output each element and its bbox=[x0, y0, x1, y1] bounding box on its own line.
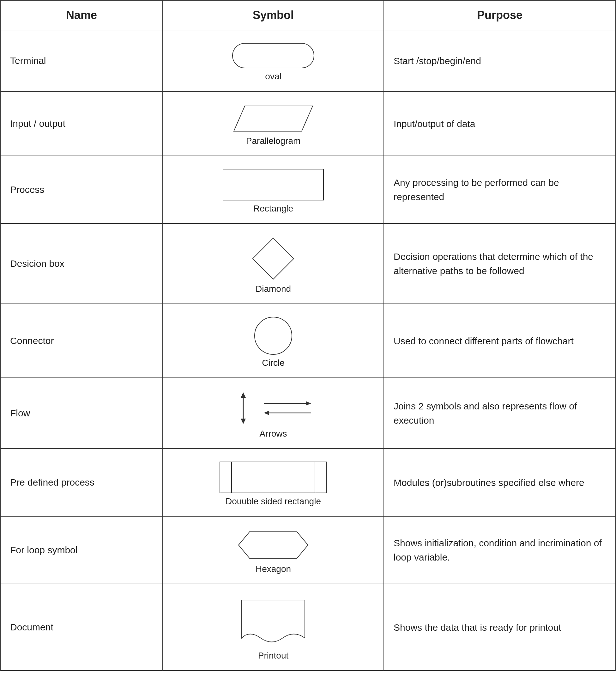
header-name: Name bbox=[0, 0, 163, 30]
terminal-symbol-oval bbox=[232, 43, 314, 68]
symbol-col-process: Rectangle bbox=[163, 156, 384, 223]
purpose-document: Shows the data that is ready for printou… bbox=[384, 584, 616, 671]
arrows-symbol bbox=[234, 391, 313, 425]
horizontal-arrows-icon bbox=[262, 397, 313, 419]
decision-symbol-label: Diamond bbox=[255, 284, 291, 294]
for-loop-symbol-label: Hexagon bbox=[255, 564, 291, 574]
symbol-col-for-loop: Hexagon bbox=[163, 516, 384, 584]
purpose-process: Any processing to be performed can be re… bbox=[384, 156, 616, 223]
symbol-wrapper-predefined: Douuble sided rectangle bbox=[172, 455, 374, 510]
svg-marker-7 bbox=[306, 401, 311, 405]
purpose-decision: Decision operations that determine which… bbox=[384, 223, 616, 304]
symbol-wrapper-flow: Arrows bbox=[172, 384, 374, 442]
document-symbol bbox=[239, 597, 308, 648]
document-symbol-label: Printout bbox=[258, 651, 289, 661]
svg-marker-0 bbox=[234, 106, 313, 131]
purpose-input-output: Input/output of data bbox=[384, 91, 616, 156]
row-name-flow: Flow bbox=[0, 378, 163, 449]
double-rect-symbol bbox=[220, 461, 327, 493]
terminal-symbol-label: oval bbox=[265, 72, 281, 82]
table-row: Flow bbox=[0, 378, 616, 449]
row-name-predefined: Pre defined process bbox=[0, 449, 163, 516]
symbol-col-terminal: oval bbox=[163, 30, 384, 91]
circle-symbol bbox=[254, 317, 292, 355]
header-purpose: Purpose bbox=[384, 0, 616, 30]
row-name-input-output: Input / output bbox=[0, 91, 163, 156]
row-name-document: Document bbox=[0, 584, 163, 671]
table-row: Terminal oval Start /stop/begin/end bbox=[0, 30, 616, 91]
symbol-col-flow: Arrows bbox=[163, 378, 384, 449]
purpose-connector: Used to connect different parts of flowc… bbox=[384, 304, 616, 378]
row-name-terminal: Terminal bbox=[0, 30, 163, 91]
purpose-for-loop: Shows initialization, condition and incr… bbox=[384, 516, 616, 584]
table-row: Process Rectangle Any processing to be p… bbox=[0, 156, 616, 223]
symbol-wrapper-connector: Circle bbox=[172, 311, 374, 371]
table-row: Desicion box Diamond Decision operations… bbox=[0, 223, 616, 304]
table-row: Pre defined process Douuble sided rectan… bbox=[0, 449, 616, 516]
parallelogram-symbol bbox=[232, 104, 314, 133]
diamond-symbol bbox=[251, 236, 295, 281]
table-row: Input / output Parallelogram Input/outpu… bbox=[0, 91, 616, 156]
symbol-wrapper-process: Rectangle bbox=[172, 162, 374, 217]
process-symbol-label: Rectangle bbox=[253, 204, 293, 214]
rectangle-symbol bbox=[223, 169, 324, 200]
symbol-col-decision: Diamond bbox=[163, 223, 384, 304]
purpose-predefined: Modules (or)subroutines specified else w… bbox=[384, 449, 616, 516]
row-name-process: Process bbox=[0, 156, 163, 223]
svg-marker-9 bbox=[264, 411, 269, 415]
purpose-flow: Joins 2 symbols and also represents flow… bbox=[384, 378, 616, 449]
purpose-terminal: Start /stop/begin/end bbox=[384, 30, 616, 91]
symbol-wrapper-decision: Diamond bbox=[172, 230, 374, 297]
symbol-wrapper-input-output: Parallelogram bbox=[172, 98, 374, 149]
table-row: Connector Circle Used to connect differe… bbox=[0, 304, 616, 378]
table-row: Document Printout Shows the data that is… bbox=[0, 584, 616, 671]
symbol-col-document: Printout bbox=[163, 584, 384, 671]
input-output-symbol-label: Parallelogram bbox=[246, 136, 301, 146]
flow-symbol-label: Arrows bbox=[259, 429, 287, 439]
vertical-arrows-icon bbox=[234, 391, 253, 425]
table-row: For loop symbol Hexagon Shows initializa… bbox=[0, 516, 616, 584]
symbol-wrapper-document: Printout bbox=[172, 591, 374, 664]
svg-marker-1 bbox=[253, 238, 294, 279]
header-symbol: Symbol bbox=[163, 0, 384, 30]
row-name-connector: Connector bbox=[0, 304, 163, 378]
svg-marker-10 bbox=[239, 532, 308, 558]
connector-symbol-label: Circle bbox=[262, 358, 285, 368]
symbol-col-predefined: Douuble sided rectangle bbox=[163, 449, 384, 516]
symbol-col-connector: Circle bbox=[163, 304, 384, 378]
symbol-col-input-output: Parallelogram bbox=[163, 91, 384, 156]
row-name-decision: Desicion box bbox=[0, 223, 163, 304]
hexagon-symbol bbox=[229, 529, 317, 561]
predefined-symbol-label: Douuble sided rectangle bbox=[226, 496, 321, 507]
row-name-for-loop: For loop symbol bbox=[0, 516, 163, 584]
svg-marker-5 bbox=[241, 419, 246, 424]
symbol-wrapper-terminal: oval bbox=[172, 37, 374, 85]
symbol-wrapper-for-loop: Hexagon bbox=[172, 523, 374, 577]
